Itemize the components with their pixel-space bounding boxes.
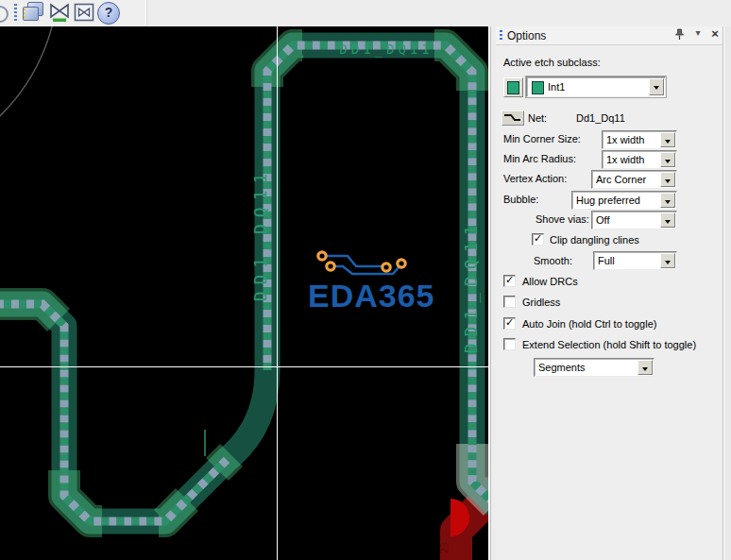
- dropdown-button[interactable]: [660, 172, 675, 187]
- panel-title: Options: [507, 29, 546, 42]
- pcb-canvas[interactable]: DD1_DQ11 DD1_DQ11 DD1_DQ11 23 EDA365: [0, 26, 488, 560]
- dropdown-button[interactable]: [660, 253, 675, 268]
- extend-selection-label: Extend Selection (hold Shift to toggle): [522, 339, 696, 350]
- via-icon: [327, 263, 334, 270]
- shove-vias-select[interactable]: Off: [591, 211, 677, 229]
- panel-grip[interactable]: [500, 30, 502, 42]
- min-arc-radius-select[interactable]: 1x width: [602, 150, 677, 169]
- bubble-label: Bubble:: [503, 194, 538, 205]
- subclass-color-swatch[interactable]: [503, 77, 523, 97]
- via-icon: [382, 263, 390, 271]
- dropdown-button[interactable]: [660, 193, 675, 208]
- board-outline-arc: [0, 26, 59, 172]
- via-icon: [398, 260, 405, 267]
- close-icon[interactable]: ×: [707, 26, 722, 41]
- subclass-color-chip: [507, 81, 519, 94]
- dropdown-button[interactable]: [660, 132, 675, 147]
- vertex-action-label: Vertex Action:: [503, 173, 567, 184]
- via-icon: [318, 252, 326, 260]
- subclass-value: Int1: [548, 81, 565, 93]
- min-corner-size-label: Min Corner Size:: [503, 133, 581, 144]
- dropdown-button[interactable]: [649, 78, 664, 95]
- allow-drcs-label: Allow DRCs: [522, 276, 578, 287]
- dropdown-button[interactable]: [660, 152, 675, 167]
- subclass-item-chip: [532, 81, 544, 94]
- chevron-down-icon[interactable]: ▾: [690, 27, 706, 42]
- vertex-action-select[interactable]: Arc Corner: [591, 170, 677, 189]
- min-corner-size-select[interactable]: 1x width: [602, 130, 677, 149]
- bowtie-window-icon[interactable]: [74, 2, 96, 24]
- toolbar: ?: [0, 0, 731, 26]
- net-label-left: DD1_DQ11: [250, 167, 270, 302]
- bubble-select[interactable]: Hug preferred: [571, 191, 677, 210]
- pin-icon[interactable]: [672, 28, 687, 42]
- help-icon[interactable]: ?: [97, 2, 120, 25]
- clip-dangling-checkbox[interactable]: [532, 233, 544, 246]
- net-value: Dd1_Dq11: [576, 112, 625, 124]
- selection-mode-select[interactable]: Segments: [534, 358, 654, 377]
- eda365-watermark: EDA365: [308, 252, 435, 314]
- net-label-right: DD1_DQ11: [461, 219, 481, 354]
- gridless-checkbox[interactable]: [503, 296, 516, 308]
- cline-icon: [502, 110, 524, 126]
- window-right-edge: [722, 26, 731, 560]
- smooth-label: Smooth:: [534, 255, 572, 266]
- drc-tick: [204, 430, 206, 456]
- bowtie-net-icon[interactable]: [47, 2, 70, 24]
- auto-join-label: Auto Join (hold Ctrl to toggle): [522, 318, 656, 330]
- subclass-select[interactable]: Int1: [526, 76, 666, 97]
- net-label: Net:: [528, 112, 547, 124]
- watermark-text: EDA365: [308, 278, 435, 314]
- toolbar-group: ?: [0, 0, 147, 25]
- pages-report-icon[interactable]: [22, 2, 44, 24]
- red-net-label: 23: [439, 542, 450, 553]
- min-arc-radius-label: Min Arc Radius:: [503, 153, 576, 164]
- clipped-toolbar-icon: [0, 6, 8, 23]
- shove-vias-label: Shove vias:: [536, 213, 589, 225]
- active-etch-label: Active etch subclass:: [503, 57, 601, 68]
- dropdown-button[interactable]: [638, 360, 653, 375]
- pcb-drawing: DD1_DQ11 DD1_DQ11 DD1_DQ11 23 EDA365: [0, 26, 488, 560]
- clip-dangling-label: Clip dangling clines: [550, 234, 639, 246]
- extend-selection-checkbox[interactable]: [503, 338, 516, 350]
- options-panel-titlebar[interactable]: Options ▾ ×: [496, 26, 722, 45]
- smooth-select[interactable]: Full: [593, 251, 677, 270]
- auto-join-checkbox[interactable]: [503, 317, 516, 330]
- gridless-label: Gridless: [522, 297, 560, 308]
- allow-drcs-checkbox[interactable]: [503, 275, 516, 287]
- dropdown-button[interactable]: [660, 212, 675, 228]
- net-label-top: DD1_DQ11: [339, 42, 433, 58]
- toolbar-grip[interactable]: [14, 4, 17, 23]
- options-panel: Options ▾ × Active etch subclass: Int1 N…: [496, 26, 722, 560]
